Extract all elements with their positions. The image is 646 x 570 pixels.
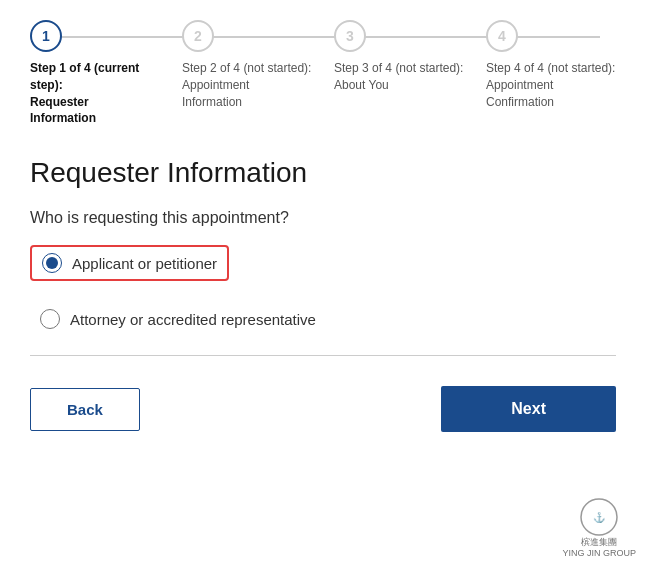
page-title: Requester Information bbox=[30, 157, 616, 189]
radio-applicant-label[interactable]: Applicant or petitioner bbox=[72, 255, 217, 272]
step-4: 4 Step 4 of 4 (not started):Appointment … bbox=[486, 20, 616, 110]
step-4-circle: 4 bbox=[486, 20, 518, 52]
watermark-line1: 槟進集團 bbox=[581, 537, 617, 549]
step-2-circle: 2 bbox=[182, 20, 214, 52]
question-label: Who is requesting this appointment? bbox=[30, 209, 616, 227]
step-1-circle: 1 bbox=[30, 20, 62, 52]
step-1: 1 Step 1 of 4 (current step):RequesterIn… bbox=[30, 20, 160, 127]
step-3-circle: 3 bbox=[334, 20, 366, 52]
radio-attorney[interactable] bbox=[40, 309, 60, 329]
footer-buttons: Back Next bbox=[30, 386, 616, 432]
watermark: ⚓ 槟進集團 YING JIN GROUP bbox=[562, 497, 636, 560]
radio-attorney-label[interactable]: Attorney or accredited representative bbox=[70, 311, 316, 328]
radio-option-attorney[interactable]: Attorney or accredited representative bbox=[30, 303, 616, 335]
step-4-label: Step 4 of 4 (not started):Appointment Co… bbox=[486, 60, 616, 110]
divider bbox=[30, 355, 616, 356]
svg-text:⚓: ⚓ bbox=[593, 511, 606, 524]
radio-applicant[interactable] bbox=[42, 253, 62, 273]
step-3-label: Step 3 of 4 (not started):About You bbox=[334, 60, 463, 94]
stepper: 1 Step 1 of 4 (current step):RequesterIn… bbox=[30, 20, 616, 127]
step-1-label: Step 1 of 4 (current step):RequesterInfo… bbox=[30, 60, 160, 127]
watermark-line2: YING JIN GROUP bbox=[562, 548, 636, 560]
radio-option-applicant[interactable]: Applicant or petitioner bbox=[30, 245, 229, 281]
step-2: 2 Step 2 of 4 (not started):Appointment … bbox=[182, 20, 312, 110]
watermark-logo: ⚓ bbox=[579, 497, 619, 537]
step-3: 3 Step 3 of 4 (not started):About You bbox=[334, 20, 464, 94]
next-button[interactable]: Next bbox=[441, 386, 616, 432]
back-button[interactable]: Back bbox=[30, 388, 140, 431]
step-2-label: Step 2 of 4 (not started):Appointment In… bbox=[182, 60, 312, 110]
radio-group: Applicant or petitioner Attorney or accr… bbox=[30, 245, 616, 335]
